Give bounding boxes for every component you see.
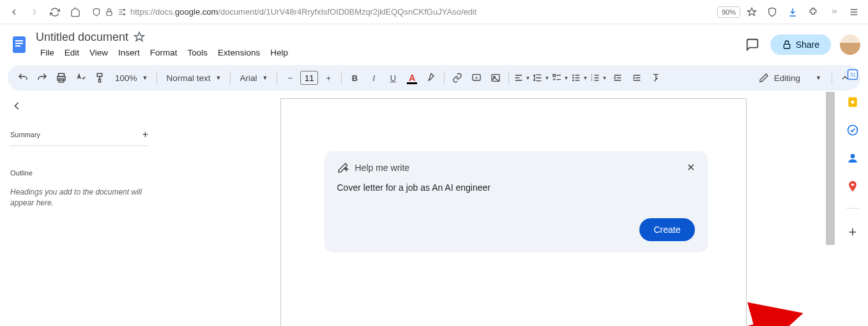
line-spacing-button[interactable]: ▼: [532, 69, 550, 87]
calendar-icon[interactable]: 31: [846, 68, 859, 80]
summary-add-button[interactable]: +: [142, 129, 148, 140]
lock-icon: [782, 40, 792, 50]
star-icon[interactable]: [133, 31, 145, 43]
svg-rect-7: [784, 44, 789, 48]
undo-button[interactable]: [14, 69, 32, 87]
align-button[interactable]: ▼: [513, 69, 531, 87]
redo-button[interactable]: [33, 69, 51, 87]
help-me-write-panel: Help me write ✕ Cover letter for a job a…: [324, 151, 708, 251]
menu-tools[interactable]: Tools: [183, 47, 213, 59]
outline-close-button[interactable]: [10, 98, 26, 114]
indent-decrease-button[interactable]: [609, 69, 627, 87]
spellcheck-button[interactable]: [72, 69, 89, 87]
clear-format-button[interactable]: [647, 69, 665, 87]
menu-format[interactable]: Format: [146, 47, 182, 59]
settings-icon: [118, 8, 126, 17]
italic-button[interactable]: I: [365, 69, 383, 87]
add-addon-button[interactable]: +: [849, 224, 857, 241]
url-text: https://docs.google.com/document/d/1UrV4…: [130, 7, 476, 17]
avatar[interactable]: [840, 34, 860, 55]
svg-text:3: 3: [591, 78, 593, 82]
svg-rect-6: [15, 45, 20, 47]
svg-point-16: [573, 77, 574, 78]
hmw-prompt-input[interactable]: Cover letter for a job as An AI engineer: [337, 180, 695, 195]
menu-button[interactable]: [845, 3, 863, 21]
styles-dropdown[interactable]: Normal text▼: [161, 69, 226, 87]
zoom-dropdown[interactable]: 100%▼: [110, 69, 153, 87]
outline-label: Outline: [10, 169, 148, 177]
indent-increase-button[interactable]: [628, 69, 646, 87]
lock-icon: [105, 8, 114, 17]
pen-sparkle-icon: [337, 162, 349, 174]
url-bar[interactable]: https://docs.google.com/document/d/1UrV4…: [87, 7, 715, 17]
pocket-button[interactable]: [763, 3, 781, 21]
menu-view[interactable]: View: [85, 47, 112, 59]
menu-edit[interactable]: Edit: [60, 47, 84, 59]
document-page[interactable]: Help me write ✕ Cover letter for a job a…: [280, 98, 747, 326]
maps-icon[interactable]: [846, 180, 859, 193]
extension-button[interactable]: [804, 3, 822, 21]
fontsize-increase[interactable]: +: [319, 69, 337, 87]
link-button[interactable]: [448, 69, 466, 87]
checklist-button[interactable]: ▼: [551, 69, 569, 87]
underline-button[interactable]: U: [384, 69, 402, 87]
hmw-title: Help me write: [355, 163, 680, 173]
menu-help[interactable]: Help: [266, 47, 293, 59]
format-paint-button[interactable]: [91, 69, 109, 87]
svg-point-28: [851, 183, 854, 186]
svg-point-15: [573, 75, 574, 75]
pencil-icon: [759, 73, 769, 83]
svg-point-26: [848, 126, 858, 135]
image-button[interactable]: [487, 69, 505, 87]
reload-button[interactable]: [46, 3, 64, 21]
svg-rect-0: [107, 11, 112, 15]
print-button[interactable]: [52, 69, 70, 87]
svg-rect-14: [553, 75, 555, 77]
highlight-button[interactable]: [422, 69, 440, 87]
menu-bar: File Edit View Insert Format Tools Exten…: [36, 45, 741, 60]
bullet-list-button[interactable]: ▼: [570, 69, 588, 87]
document-area[interactable]: Help me write ✕ Cover letter for a job a…: [158, 91, 868, 326]
share-label: Share: [796, 40, 819, 50]
svg-rect-5: [15, 43, 23, 44]
svg-point-27: [851, 154, 855, 158]
svg-rect-4: [15, 40, 23, 41]
menu-insert[interactable]: Insert: [114, 47, 144, 59]
document-title[interactable]: Untitled document: [36, 31, 128, 44]
svg-point-1: [123, 9, 125, 10]
font-dropdown[interactable]: Arial▼: [234, 69, 273, 87]
bold-button[interactable]: B: [346, 69, 363, 87]
toolbar: 100%▼ Normal text▼ Arial▼ − + B I U A ▼ …: [8, 65, 860, 91]
fontsize-input[interactable]: [300, 71, 318, 85]
docs-header: Untitled document File Edit View Insert …: [0, 24, 868, 63]
browser-toolbar: https://docs.google.com/document/d/1UrV4…: [0, 0, 868, 24]
menu-file[interactable]: File: [36, 47, 59, 59]
contacts-icon[interactable]: [846, 152, 859, 165]
fontsize-decrease[interactable]: −: [281, 69, 299, 87]
share-button[interactable]: Share: [770, 34, 831, 55]
svg-text:31: 31: [850, 71, 857, 78]
zoom-badge[interactable]: 90%: [717, 6, 740, 18]
scrollbar[interactable]: [826, 92, 835, 322]
text-color-button[interactable]: A: [403, 69, 421, 87]
home-button[interactable]: [66, 3, 84, 21]
create-button[interactable]: Create: [639, 218, 694, 241]
overflow-button[interactable]: [825, 3, 842, 21]
download-button[interactable]: [784, 3, 802, 21]
comments-button[interactable]: [741, 33, 764, 56]
side-panel: 31 +: [837, 63, 868, 241]
editing-mode-dropdown[interactable]: Editing ▼: [752, 73, 828, 83]
numbered-list-button[interactable]: 123▼: [590, 69, 607, 87]
summary-label: Summary: [10, 131, 40, 138]
docs-logo-icon[interactable]: [8, 33, 31, 56]
svg-point-25: [851, 101, 855, 104]
close-icon[interactable]: ✕: [687, 161, 695, 174]
back-button[interactable]: [5, 3, 23, 21]
bookmark-button[interactable]: [743, 3, 761, 21]
outline-panel: Summary + Outline Headings you add to th…: [0, 91, 158, 326]
tasks-icon[interactable]: [846, 124, 859, 137]
keep-icon[interactable]: [846, 96, 859, 108]
comment-button[interactable]: [468, 69, 485, 87]
menu-extensions[interactable]: Extensions: [213, 47, 264, 59]
forward-button[interactable]: [26, 3, 43, 21]
